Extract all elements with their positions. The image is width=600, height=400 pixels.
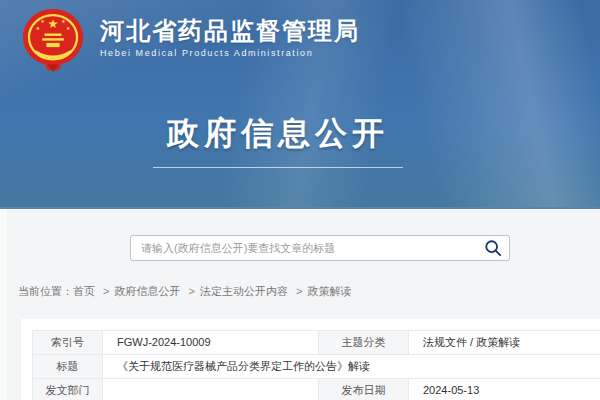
breadcrumb-separator: >: [103, 285, 109, 297]
breadcrumb-item-statutory-disclosure[interactable]: 法定主动公开内容: [200, 285, 288, 297]
page: ★ ★ ★ ★ ★ 河北省药品监督管理局 Hebei Medical Produ…: [0, 0, 600, 400]
svg-text:★: ★: [61, 18, 66, 24]
field-label-index-number: 索引号: [33, 331, 103, 355]
field-label-publish-date: 发布日期: [319, 379, 409, 400]
banner-title: 政府信息公开: [0, 112, 556, 156]
field-value-topic-category: 法规文件 / 政策解读: [409, 331, 600, 355]
site-brand-text: 河北省药品监督管理局 Hebei Medical Products Admini…: [100, 8, 360, 58]
document-card: 索引号 FGWJ-2024-10009 主题分类 法规文件 / 政策解读 标题 …: [21, 319, 600, 400]
field-label-issuing-department: 发文部门: [33, 379, 103, 400]
field-value-title: 《关于规范医疗器械产品分类界定工作的公告》解读: [103, 355, 600, 379]
svg-text:★: ★: [40, 18, 45, 24]
search-button[interactable]: [484, 239, 502, 257]
breadcrumb-label: 当前位置：: [18, 285, 73, 297]
site-brand[interactable]: ★ ★ ★ ★ ★ 河北省药品监督管理局 Hebei Medical Produ…: [18, 8, 360, 74]
search-icon: [484, 239, 502, 257]
svg-text:★: ★: [36, 25, 41, 31]
svg-text:★: ★: [66, 25, 71, 31]
breadcrumb: 当前位置：首页 >政府信息公开 >法定主动公开内容 >政策解读: [18, 284, 352, 299]
national-emblem-logo: ★ ★ ★ ★ ★: [18, 8, 88, 74]
breadcrumb-separator: >: [189, 285, 195, 297]
banner-underline: [153, 167, 403, 168]
field-label-title: 标题: [33, 355, 103, 379]
svg-text:★: ★: [48, 17, 59, 31]
site-title: 河北省药品监督管理局: [100, 18, 360, 44]
search-input[interactable]: [130, 235, 510, 261]
field-value-publish-date: 2024-05-13: [409, 379, 600, 400]
site-title-en: Hebei Medical Products Administration: [100, 48, 360, 58]
breadcrumb-item-policy-interpretation[interactable]: 政策解读: [308, 285, 352, 297]
breadcrumb-separator: >: [296, 285, 302, 297]
breadcrumb-item-gov-info[interactable]: 政府信息公开: [115, 285, 181, 297]
field-label-topic-category: 主题分类: [319, 331, 409, 355]
field-value-issuing-department: [103, 379, 319, 400]
field-value-index-number: FGWJ-2024-10009: [103, 331, 319, 355]
document-info-table: 索引号 FGWJ-2024-10009 主题分类 法规文件 / 政策解读 标题 …: [32, 330, 600, 400]
site-header: ★ ★ ★ ★ ★ 河北省药品监督管理局 Hebei Medical Produ…: [0, 0, 600, 209]
breadcrumb-item-home[interactable]: 首页: [73, 285, 95, 297]
page-left-gutter: [0, 209, 7, 400]
search-box: [130, 235, 510, 261]
